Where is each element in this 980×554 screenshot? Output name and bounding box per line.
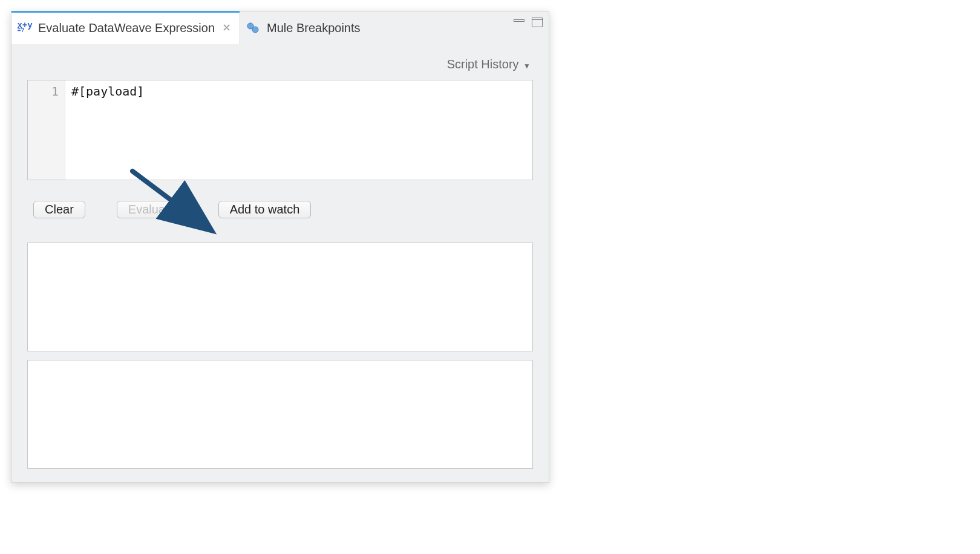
- watch-output: [27, 360, 533, 469]
- chevron-down-icon: ▼: [523, 62, 531, 70]
- editor-code[interactable]: #[payload]: [65, 80, 532, 180]
- dataweave-expression-icon: x+y=?: [16, 19, 33, 36]
- clear-button[interactable]: Clear: [33, 201, 85, 218]
- minimize-icon[interactable]: [514, 19, 524, 22]
- close-icon[interactable]: ✕: [222, 21, 231, 34]
- button-row: Clear Evaluate Add to watch: [27, 180, 533, 218]
- tab-evaluate-dataweave[interactable]: x+y=? Evaluate DataWeave Expression ✕: [11, 11, 240, 44]
- add-to-watch-button[interactable]: Add to watch: [218, 201, 312, 218]
- editor-gutter: 1: [28, 80, 65, 180]
- evaluate-expression-panel: x+y=? Evaluate DataWeave Expression ✕ Mu…: [11, 11, 549, 483]
- result-output: [27, 243, 533, 351]
- line-number: 1: [28, 84, 59, 99]
- panel-content: Script History ▼ 1 #[payload] Clear Eval…: [11, 44, 549, 484]
- tab-mule-breakpoints[interactable]: Mule Breakpoints: [240, 11, 369, 44]
- maximize-icon[interactable]: [532, 18, 543, 27]
- evaluate-button[interactable]: Evaluate: [117, 201, 187, 218]
- tab-label: Evaluate DataWeave Expression: [38, 21, 215, 35]
- script-history-label: Script History: [447, 57, 519, 71]
- tab-strip: x+y=? Evaluate DataWeave Expression ✕ Mu…: [11, 11, 549, 44]
- tab-label: Mule Breakpoints: [267, 21, 361, 35]
- svg-point-1: [252, 27, 258, 33]
- view-toolbar: [514, 18, 543, 27]
- script-history-dropdown[interactable]: Script History ▼: [27, 54, 533, 80]
- breakpoints-icon: [245, 19, 262, 36]
- expression-editor[interactable]: 1 #[payload]: [27, 80, 533, 180]
